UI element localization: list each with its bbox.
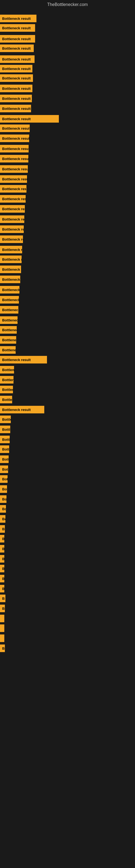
bottleneck-bar: Bottleneck result xyxy=(0,145,29,152)
bottleneck-bar: Bottleneck result xyxy=(0,376,13,383)
bottleneck-bar: Bottleneck result xyxy=(0,445,9,453)
bottleneck-bar: B xyxy=(0,645,5,652)
bottleneck-bar: Bottleneck result xyxy=(0,134,29,142)
bottleneck-bar: Bottleneck result xyxy=(0,236,23,243)
bottleneck-bar xyxy=(0,624,4,632)
bottleneck-bar xyxy=(0,615,4,622)
bottleneck-bar: Bottleneck result xyxy=(0,44,34,52)
bottleneck-bar: Bottleneck result xyxy=(0,14,37,22)
bottleneck-bar: Bottleneck result xyxy=(0,296,19,304)
bottleneck-bar: Bottleneck result xyxy=(0,565,4,572)
bottleneck-bar: Bottleneck result xyxy=(0,515,5,523)
bottleneck-bar: Bottleneck result xyxy=(0,356,47,364)
bottleneck-bar: Bottleneck result xyxy=(0,396,12,403)
bottleneck-bar: Bottleneck result xyxy=(0,436,10,443)
bottleneck-bar: Bottleneck result xyxy=(0,555,4,563)
bottleneck-bar: Bottleneck result xyxy=(0,415,11,423)
bottleneck-bar: Bottleneck result xyxy=(0,24,35,32)
bottleneck-bar: Bottleneck result xyxy=(0,85,32,92)
bottleneck-bar: Bottleneck result xyxy=(0,505,6,513)
bottleneck-bar: Bottleneck result xyxy=(0,175,27,183)
bottleneck-bar: Bottleneck result xyxy=(0,155,28,162)
bottleneck-bar: Bottleneck result xyxy=(0,276,20,283)
bottleneck-bar: Bottleneck result xyxy=(0,195,26,203)
bottleneck-bar: Bottleneck result xyxy=(0,266,21,273)
bottleneck-bar: Bottleneck result xyxy=(0,205,25,213)
bottleneck-bar: Bottleneck result xyxy=(0,105,31,112)
bottleneck-bar: Bottleneck result xyxy=(0,465,8,473)
bottleneck-bar: Bottleneck result xyxy=(0,65,32,72)
bottleneck-bar: Bottleneck result xyxy=(0,326,17,334)
bottleneck-bar: Bottleneck result xyxy=(0,306,18,314)
bottleneck-bar: Bottleneck result xyxy=(0,535,4,542)
bottleneck-bar: Bottleneck result xyxy=(0,495,6,503)
bottleneck-bar: Bottleneck result xyxy=(0,215,24,223)
bottleneck-bar: Bottleneck result xyxy=(0,246,22,253)
bottleneck-bar: Bottleneck result xyxy=(0,185,27,193)
bottleneck-bar: Bottleneck result xyxy=(0,95,32,102)
bottleneck-bar: Bottleneck result xyxy=(0,575,4,582)
bottleneck-bar: Bottleneck result xyxy=(0,585,4,592)
bottleneck-bar: Bottleneck result xyxy=(0,426,10,433)
bottleneck-bar: Bottleneck result xyxy=(0,485,7,493)
bottleneck-bar: Bottleneck result xyxy=(0,456,9,463)
bottleneck-bar: Bottleneck result xyxy=(0,55,35,63)
bottleneck-bar: B xyxy=(0,595,5,602)
bottleneck-bar: Bottleneck result xyxy=(0,165,28,173)
bottleneck-bar: Bottleneck result xyxy=(0,124,30,132)
site-title: TheBottlenecker.com xyxy=(0,0,135,9)
bottleneck-bar: Bottleneck result xyxy=(0,386,13,393)
bottleneck-bar: Bottleneck result xyxy=(0,475,8,483)
bottleneck-bar: Bottleneck result xyxy=(0,225,24,233)
bottleneck-bar: Bottleneck result xyxy=(0,74,33,82)
bottleneck-bar: Bottleneck result xyxy=(0,525,5,533)
bottleneck-bar: Bottleneck result xyxy=(0,545,4,553)
bottleneck-bar xyxy=(0,634,4,642)
bottleneck-bar: Bottleneck result xyxy=(0,316,17,324)
bottleneck-bar: Bottleneck result xyxy=(0,255,21,263)
bottleneck-bar: Bottleneck result xyxy=(0,286,19,293)
bottleneck-bar: Bottleneck result xyxy=(0,336,16,344)
bottleneck-bar: Bottleneck result xyxy=(0,115,59,123)
bottleneck-bar: Bottleneck result xyxy=(0,346,16,354)
bottleneck-bar: Bottleneck result xyxy=(0,35,35,42)
bottleneck-bar: Bottleneck result xyxy=(0,366,14,373)
bottleneck-bar: B xyxy=(0,604,5,612)
bottleneck-bar: Bottleneck result xyxy=(0,406,44,413)
